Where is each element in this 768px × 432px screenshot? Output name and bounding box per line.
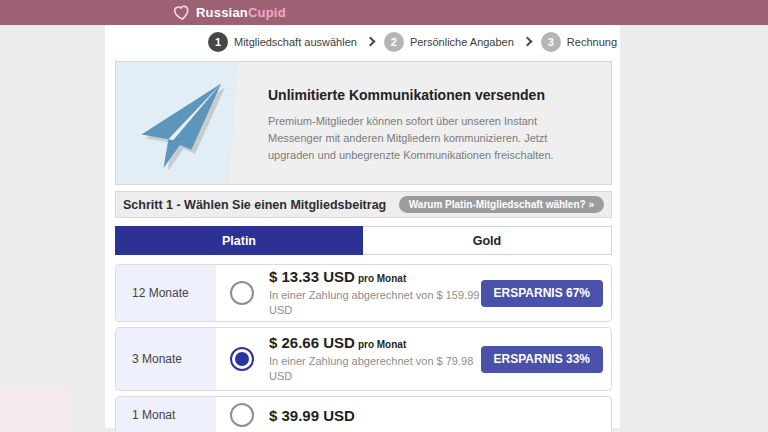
price-amount: $ 26.66 USD [269, 334, 355, 351]
plan-radio-1-month[interactable] [230, 403, 254, 427]
price-amount: $ 39.99 USD [269, 407, 355, 424]
step-2-label: Persönliche Angaben [410, 36, 514, 48]
step-1-select-membership: 1 Mitgliedschaft auswählen [208, 32, 357, 52]
step-3-label: Rechnung [567, 36, 617, 48]
price-per-month: pro Monat [358, 273, 406, 284]
plan-radio-12-months[interactable] [230, 281, 254, 305]
tab-gold[interactable]: Gold [363, 226, 612, 255]
plan-duration: 1 Monat [116, 397, 216, 432]
hero-title: Unlimitierte Kommunikationen versenden [268, 87, 593, 103]
brand-name-bold: Russian [196, 5, 248, 20]
price-amount: $ 13.33 USD [269, 268, 355, 285]
plan-billing-note: In einer Zahlung abgerechnet von $ 79.98… [269, 354, 481, 385]
plan-list: 12 Monate $ 13.33 USDpro Monat In einer … [115, 264, 612, 432]
step-3-billing: 3 Rechnung [541, 32, 617, 52]
plan-price: $ 26.66 USDpro Monat [269, 334, 481, 351]
step-3-number: 3 [541, 32, 561, 52]
plan-billing-note: In einer Zahlung abgerechnet von $ 159.9… [269, 288, 481, 319]
chevron-right-icon [365, 37, 375, 47]
chevron-right-icon [522, 37, 532, 47]
plan-duration: 12 Monate [116, 265, 216, 321]
upgrade-hero-banner: Unlimitierte Kommunikationen versenden P… [115, 61, 612, 185]
heart-icon [172, 3, 191, 22]
step-1-number: 1 [208, 32, 228, 52]
plan-price: $ 13.33 USDpro Monat [269, 268, 481, 285]
content-sheet: 1 Mitgliedschaft auswählen 2 Persönliche… [105, 25, 620, 428]
tab-platin[interactable]: Platin [115, 226, 363, 255]
background-tint [0, 387, 70, 432]
membership-tabs: Platin Gold [115, 226, 612, 255]
checkout-stepper: 1 Mitgliedschaft auswählen 2 Persönliche… [105, 25, 620, 58]
plan-price: $ 39.99 USD [269, 407, 611, 424]
why-platinum-button[interactable]: Warum Platin-Mitgliedschaft wählen? » [399, 196, 604, 213]
step-2-number: 2 [384, 32, 404, 52]
plan-price-block: $ 39.99 USD [269, 407, 611, 424]
plan-radio-3-months[interactable] [230, 347, 254, 371]
savings-badge-33[interactable]: ERSPARNIS 33% [481, 346, 603, 373]
step-1-header-bar: Schritt 1 - Wählen Sie einen Mitgliedsbe… [115, 191, 612, 218]
plan-price-block: $ 26.66 USDpro Monat In einer Zahlung ab… [269, 334, 481, 385]
paper-plane-icon [129, 73, 225, 169]
plan-row-3-months[interactable]: 3 Monate $ 26.66 USDpro Monat In einer Z… [115, 327, 612, 391]
step-1-label: Mitgliedschaft auswählen [234, 36, 357, 48]
hero-art-panel [116, 62, 238, 184]
hero-description: Premium-Mitglieder können sofort über un… [268, 113, 593, 164]
plan-price-block: $ 13.33 USDpro Monat In einer Zahlung ab… [269, 268, 481, 319]
step-1-title: Schritt 1 - Wählen Sie einen Mitgliedsbe… [123, 198, 386, 212]
step-2-personal-details: 2 Persönliche Angaben [384, 32, 514, 52]
hero-text-block: Unlimitierte Kommunikationen versenden P… [268, 87, 593, 164]
savings-badge-67[interactable]: ERSPARNIS 67% [481, 280, 603, 307]
brand-logo[interactable]: RussianCupid [172, 0, 286, 25]
brand-name: RussianCupid [196, 5, 286, 20]
plan-duration: 3 Monate [116, 328, 216, 390]
price-per-month: pro Monat [358, 339, 406, 350]
plan-row-12-months[interactable]: 12 Monate $ 13.33 USDpro Monat In einer … [115, 264, 612, 322]
brand-name-light: Cupid [248, 5, 286, 20]
plan-row-1-month[interactable]: 1 Monat $ 39.99 USD [115, 396, 612, 432]
top-brand-bar: RussianCupid [0, 0, 768, 25]
